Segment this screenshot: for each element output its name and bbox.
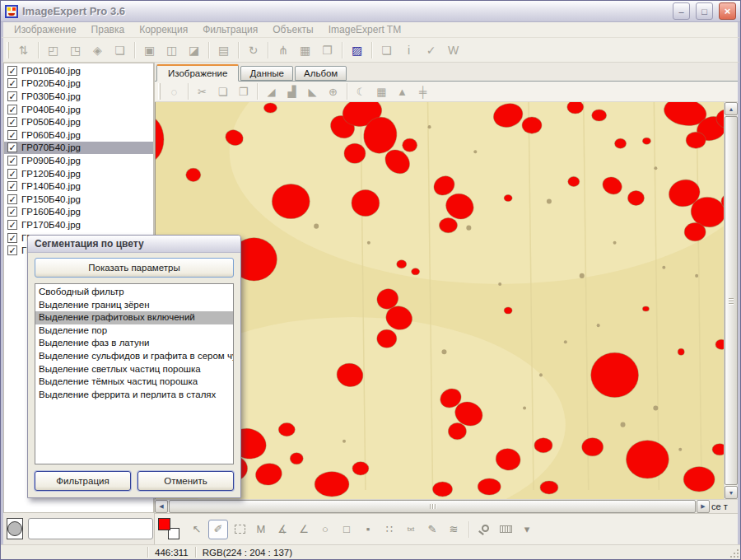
file-checkbox[interactable]: ✓: [7, 117, 17, 127]
file-checkbox[interactable]: ✓: [7, 66, 17, 76]
file-checkbox[interactable]: ✓: [7, 91, 17, 101]
file-list-item[interactable]: ✓ГР150Б40.jpg: [4, 193, 153, 206]
import-images-icon[interactable]: ◈: [86, 40, 109, 60]
paste-icon[interactable]: ❐: [233, 82, 254, 100]
file-list-item[interactable]: ✓ГР030Б40.jpg: [4, 90, 153, 103]
toolbar-drag-handle[interactable]: [158, 83, 161, 100]
file-list-item[interactable]: ✓ГР040Б40.jpg: [4, 103, 153, 116]
contrast-curve-icon[interactable]: ◣: [302, 82, 323, 100]
transform-tool-icon[interactable]: ∷: [380, 520, 399, 539]
vertical-scrollbar[interactable]: ▲ ▼: [724, 102, 738, 499]
scroll-up-button[interactable]: ▲: [725, 102, 738, 115]
file-list-item[interactable]: ✓ГР060Б40.jpg: [4, 128, 153, 142]
file-list-item[interactable]: ✓ГР020Б40.jpg: [4, 77, 153, 91]
file-list-item[interactable]: ✓ГР010Б40.jpg: [4, 64, 153, 77]
file-checkbox[interactable]: ✓: [7, 142, 17, 152]
tab-0[interactable]: Изображение: [156, 64, 239, 82]
curves-icon[interactable]: ▟: [282, 82, 302, 100]
text-tool-icon[interactable]: txt: [401, 520, 421, 539]
horizontal-scrollbar[interactable]: ◀ ▶: [155, 499, 710, 513]
ellipse-tool-icon[interactable]: ○: [315, 520, 335, 539]
filter-list-item[interactable]: Выделение границ зёрен: [35, 299, 233, 312]
tab-1[interactable]: Данные: [240, 66, 293, 81]
filtration-button[interactable]: Фильтрация: [35, 471, 131, 491]
word-export-icon[interactable]: W: [442, 40, 464, 60]
filter-list-item[interactable]: Выделение графитовых включений: [35, 311, 233, 324]
rectangle-tool-icon[interactable]: □: [337, 520, 357, 539]
pencil-tool-icon[interactable]: ✎: [422, 520, 442, 539]
copy-image-icon[interactable]: ❏: [109, 40, 131, 60]
vertical-scroll-thumb[interactable]: [725, 116, 738, 485]
tab-2[interactable]: Альбом: [295, 66, 347, 81]
menu-item[interactable]: Фильтрация: [195, 24, 265, 35]
preferences-icon[interactable]: ⇅: [12, 40, 35, 60]
filter-list-item[interactable]: Выделение феррита и перлита в сталях: [35, 389, 233, 402]
print-icon[interactable]: ▤: [212, 40, 235, 60]
shape-tool-button[interactable]: [7, 518, 23, 539]
file-list-item[interactable]: ✓ГР160Б40.jpg: [4, 206, 153, 219]
scroll-down-button[interactable]: ▼: [725, 486, 738, 499]
file-checkbox[interactable]: ✓: [7, 78, 17, 88]
file-checkbox[interactable]: ✓: [7, 207, 17, 217]
picker-tool-icon[interactable]: ✐: [208, 520, 228, 539]
menu-item[interactable]: Объекты: [265, 24, 321, 35]
histogram-icon[interactable]: ▲: [392, 82, 412, 100]
dialog-title-bar[interactable]: Сегментация по цвету: [28, 236, 240, 253]
frame-icon[interactable]: ▦: [294, 40, 316, 60]
angle-tool-icon[interactable]: ∠: [294, 520, 314, 539]
measure-tool-icon[interactable]: M: [251, 520, 271, 539]
file-checkbox[interactable]: ✓: [7, 245, 17, 255]
file-checkbox[interactable]: ✓: [7, 105, 17, 114]
marquee-tool-icon[interactable]: [230, 520, 249, 539]
zoom-tool-icon[interactable]: [474, 520, 494, 539]
maximize-button[interactable]: □: [696, 2, 713, 20]
file-list-item[interactable]: ✓ГР070Б40.jpg: [4, 142, 153, 155]
info-icon[interactable]: i: [398, 40, 420, 60]
filter-list-item[interactable]: Свободный фильтр: [35, 286, 233, 299]
annotation-input[interactable]: [28, 518, 153, 539]
file-checkbox[interactable]: ✓: [7, 156, 17, 166]
filter-list-item[interactable]: Выделение тёмных частиц порошка: [35, 376, 233, 389]
acquire-image-icon[interactable]: ◳: [64, 40, 86, 60]
align-icon[interactable]: ╪: [412, 82, 433, 100]
minimize-button[interactable]: –: [673, 2, 690, 20]
grid-icon[interactable]: ▦: [371, 82, 392, 100]
open-image-icon[interactable]: ◰: [42, 40, 64, 60]
duplicate-icon[interactable]: ❐: [316, 40, 338, 60]
filter-list-item[interactable]: Выделение фаз в латуни: [35, 337, 233, 350]
filter-list-item[interactable]: Выделение светлых частиц порошка: [35, 363, 233, 376]
close-button[interactable]: ×: [719, 2, 736, 20]
menu-item[interactable]: Коррекция: [132, 24, 195, 35]
save-all-icon[interactable]: ◫: [161, 40, 183, 60]
file-list-item[interactable]: ✓ГР140Б40.jpg: [4, 180, 153, 193]
angle-ruler-tool-icon[interactable]: ∡: [273, 520, 292, 539]
copy-result-icon[interactable]: ❏: [375, 40, 398, 60]
point-tool-icon[interactable]: ▪: [358, 520, 378, 539]
file-list-item[interactable]: ✓ГР170Б40.jpg: [4, 218, 153, 231]
rotate-icon[interactable]: ◌: [164, 82, 184, 100]
invert-icon[interactable]: ☾: [351, 82, 371, 100]
menu-item[interactable]: Изображение: [7, 24, 84, 35]
horizontal-scroll-thumb[interactable]: [169, 500, 696, 513]
scroll-right-button[interactable]: ▶: [697, 500, 710, 513]
color-swatch[interactable]: [158, 518, 180, 540]
file-checkbox[interactable]: ✓: [7, 194, 17, 204]
file-list-item[interactable]: ✓ГР050Б40.jpg: [4, 115, 153, 128]
file-checkbox[interactable]: ✓: [7, 169, 17, 179]
color-segmentation-icon[interactable]: ▨: [346, 40, 368, 60]
file-list-item[interactable]: ✓ГР120Б40.jpg: [4, 167, 153, 180]
copy-page-icon[interactable]: ◪: [183, 40, 205, 60]
cut-icon[interactable]: ✂: [192, 82, 212, 100]
show-parameters-button[interactable]: Показать параметры: [35, 258, 234, 278]
file-checkbox[interactable]: ✓: [7, 220, 17, 230]
validate-icon[interactable]: ✓: [420, 40, 442, 60]
pointer-tool-icon[interactable]: ↖: [187, 520, 207, 539]
save-icon[interactable]: ▣: [138, 40, 161, 60]
copy-icon[interactable]: ❏: [212, 82, 233, 100]
refresh-icon[interactable]: ↻: [242, 40, 264, 60]
filter-list-item[interactable]: Выделение сульфидов и графита в сером чу…: [35, 350, 233, 363]
menu-item[interactable]: Правка: [84, 24, 133, 35]
ruler-tool-icon[interactable]: [496, 520, 515, 539]
file-checkbox[interactable]: ✓: [7, 233, 17, 243]
globe-icon[interactable]: ⊕: [323, 82, 343, 100]
